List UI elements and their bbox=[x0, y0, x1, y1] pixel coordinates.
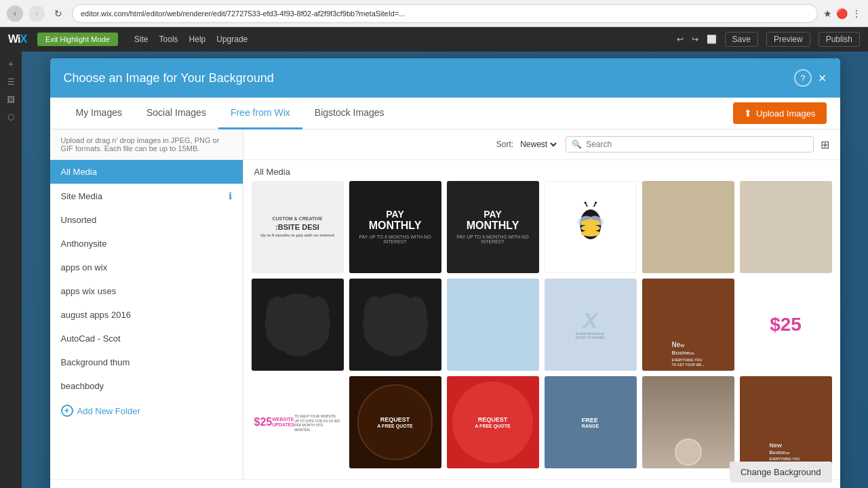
image-grid-inner: CUSTOM & CREATIVE :BSITE DESI Up to 6 mo… bbox=[252, 181, 832, 468]
content-header: Sort: Newest Oldest Name 🔍 ⊞ bbox=[243, 129, 840, 160]
settings-icon[interactable]: ⋮ bbox=[852, 8, 861, 19]
editor-right-actions: ↩ ↪ ⬜ Save Preview Publish bbox=[677, 32, 860, 47]
image-chooser-modal: Choose an Image for Your Background ? × … bbox=[50, 58, 840, 488]
sidebar-item-apps-wix-uses[interactable]: apps wix uses bbox=[50, 279, 243, 303]
modal-tab-bar: My Images Social Images Free from Wix Bi… bbox=[50, 98, 840, 129]
modal-header: Choose an Image for Your Background ? × bbox=[50, 58, 840, 98]
tab-bigstock-images[interactable]: Bigstock Images bbox=[302, 98, 397, 129]
image-thumb[interactable] bbox=[252, 279, 344, 371]
modal-overlay: Choose an Image for Your Background ? × … bbox=[22, 52, 868, 488]
section-label: All Media bbox=[243, 160, 840, 181]
sidebar-item-beachbody[interactable]: beachbody bbox=[50, 374, 243, 398]
toolbar-add-icon[interactable]: + bbox=[8, 58, 14, 69]
site-menu-item[interactable]: Site bbox=[134, 35, 149, 44]
extension-icon[interactable]: 🔴 bbox=[836, 8, 848, 19]
image-thumb[interactable]: FREE RANGE bbox=[545, 376, 637, 468]
image-thumb[interactable]: New Business EVERYTHING YOU TO GET YOUR … bbox=[740, 376, 832, 468]
help-menu-item[interactable]: Help bbox=[189, 35, 206, 44]
modal-body: Upload or drag n' drop images in JPEG, P… bbox=[50, 129, 840, 479]
sort-label: Sort: bbox=[496, 140, 513, 149]
svg-point-10 bbox=[595, 201, 597, 203]
sidebar-item-unsorted[interactable]: Unsorted bbox=[50, 208, 243, 232]
content-area: Sort: Newest Oldest Name 🔍 ⊞ All Med bbox=[243, 129, 840, 479]
undo-button[interactable]: ↩ bbox=[677, 35, 684, 44]
bee-illustration bbox=[559, 195, 623, 259]
image-thumb[interactable]: PAY MONTHLY PAY UP TO 6 MONTHS WITH NO I… bbox=[447, 181, 539, 273]
sort-row: Sort: Newest Oldest Name bbox=[496, 139, 559, 150]
upload-icon: ⬆ bbox=[744, 108, 752, 119]
upload-hint: Upload or drag n' drop images in JPEG, P… bbox=[50, 129, 243, 160]
add-folder-icon: + bbox=[61, 405, 73, 417]
search-input[interactable] bbox=[586, 140, 807, 149]
badge-shape bbox=[263, 290, 332, 359]
modal-title: Choose an Image for Your Background bbox=[64, 71, 274, 85]
browser-chrome: ‹ › ↻ editor.wix.com/html/editor/web/ren… bbox=[0, 0, 868, 27]
search-container: 🔍 bbox=[566, 136, 813, 152]
image-thumb[interactable]: CUSTOM & CREATIVE :BSITE DESI Up to 6 mo… bbox=[252, 181, 344, 273]
wix-logo: WiX bbox=[8, 33, 26, 45]
left-panel: Upload or drag n' drop images in JPEG, P… bbox=[50, 129, 243, 479]
image-thumb[interactable]: REQUEST A FREE QUOTE bbox=[349, 376, 441, 468]
image-thumb[interactable] bbox=[545, 181, 637, 273]
sidebar-item-site-media[interactable]: Site Media ℹ bbox=[50, 184, 243, 208]
sort-select[interactable]: Newest Oldest Name bbox=[517, 139, 559, 150]
sidebar-item-anthonysite[interactable]: Anthonysite bbox=[50, 232, 243, 256]
toolbar-apps-icon[interactable]: ⬡ bbox=[7, 113, 14, 122]
modal-header-actions: ? × bbox=[794, 69, 827, 87]
image-thumb[interactable] bbox=[642, 376, 734, 468]
image-thumb[interactable]: X traordinary EVENT PLANNING bbox=[545, 279, 637, 371]
image-thumb[interactable]: PAY MONTHLY PAY UP TO 6 MONTHS WITH NO I… bbox=[349, 181, 441, 273]
bookmark-icon[interactable]: ★ bbox=[823, 8, 832, 19]
sidebar-item-apps-on-wix[interactable]: apps on wix bbox=[50, 256, 243, 279]
image-grid: CUSTOM & CREATIVE :BSITE DESI Up to 6 mo… bbox=[243, 181, 840, 479]
publish-button[interactable]: Publish bbox=[818, 32, 860, 47]
add-new-folder-button[interactable]: + Add New Folder bbox=[50, 398, 243, 424]
wix-left-toolbar: + ☰ 🖼 ⬡ bbox=[0, 52, 22, 488]
image-thumb[interactable]: New Business EVERYTHING YOU TO GET YOUR … bbox=[642, 279, 734, 371]
change-background-button[interactable]: Change Background bbox=[730, 462, 832, 483]
image-thumb[interactable] bbox=[642, 181, 734, 273]
svg-point-9 bbox=[584, 201, 586, 203]
image-thumb[interactable]: REQUEST A FREE QUOTE bbox=[447, 376, 539, 468]
image-thumb[interactable] bbox=[447, 279, 539, 371]
tab-my-images[interactable]: My Images bbox=[64, 98, 134, 129]
sidebar-item-background-thum[interactable]: Background thum bbox=[50, 350, 243, 374]
device-toggle-button[interactable]: ⬜ bbox=[707, 35, 717, 44]
save-button[interactable]: Save bbox=[725, 32, 758, 47]
upgrade-menu-item[interactable]: Upgrade bbox=[216, 35, 248, 44]
address-bar: editor.wix.com/html/editor/web/renderer/… bbox=[72, 4, 818, 23]
search-icon: 🔍 bbox=[572, 140, 582, 149]
toolbar-pages-icon[interactable]: ☰ bbox=[7, 77, 15, 87]
editor-menu: Site Tools Help Upgrade bbox=[134, 35, 248, 44]
modal-close-button[interactable]: × bbox=[818, 71, 827, 85]
image-thumb[interactable]: $25 bbox=[740, 279, 832, 371]
sidebar-item-all-media[interactable]: All Media bbox=[50, 160, 243, 184]
forward-button[interactable]: › bbox=[28, 5, 45, 22]
image-thumb[interactable]: $25 WEBSITE UPDATES TO KEEP YOUR WEBSITE… bbox=[252, 376, 344, 468]
back-button[interactable]: ‹ bbox=[7, 5, 23, 22]
preview-button[interactable]: Preview bbox=[766, 32, 810, 47]
badge-shape-2 bbox=[361, 290, 430, 359]
modal-footer: Change Background bbox=[50, 479, 840, 488]
modal-help-button[interactable]: ? bbox=[794, 69, 812, 87]
info-icon: ℹ bbox=[229, 190, 232, 201]
tab-social-images[interactable]: Social Images bbox=[134, 98, 218, 129]
image-thumb[interactable] bbox=[349, 279, 441, 371]
svg-point-5 bbox=[580, 230, 599, 237]
tools-menu-item[interactable]: Tools bbox=[159, 35, 178, 44]
sidebar-item-august-apps[interactable]: august apps 2016 bbox=[50, 303, 243, 327]
wix-editor-bar: WiX Exit Highlight Mode Site Tools Help … bbox=[0, 27, 868, 52]
toolbar-bg-icon[interactable]: 🖼 bbox=[7, 95, 15, 104]
image-thumb[interactable] bbox=[740, 181, 832, 273]
grid-view-button[interactable]: ⊞ bbox=[821, 138, 829, 151]
upload-images-button[interactable]: ⬆ Upload Images bbox=[733, 102, 826, 124]
exit-highlight-mode-button[interactable]: Exit Highlight Mode bbox=[37, 33, 118, 46]
reload-button[interactable]: ↻ bbox=[50, 5, 66, 22]
sidebar-item-autocad[interactable]: AutoCad - Scot bbox=[50, 327, 243, 350]
browser-icons: ★ 🔴 ⋮ bbox=[823, 8, 861, 19]
tab-free-from-wix[interactable]: Free from Wix bbox=[218, 98, 302, 129]
redo-button[interactable]: ↪ bbox=[692, 35, 698, 44]
